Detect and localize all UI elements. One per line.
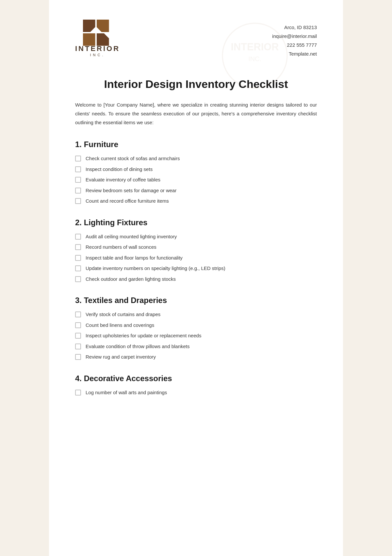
checkbox[interactable] xyxy=(75,276,81,282)
list-item: Inspect upholsteries for update or repla… xyxy=(75,332,317,340)
checklist-item-text: Inspect upholsteries for update or repla… xyxy=(86,332,201,340)
checklist-item-text: Audit all ceiling mounted lighting inven… xyxy=(86,233,177,241)
checklist-item-text: Review rug and carpet inventory xyxy=(86,353,156,361)
checkbox[interactable] xyxy=(75,322,81,328)
logo-shape-tl xyxy=(83,20,95,32)
checklist-3: Verify stock of curtains and drapesCount… xyxy=(75,311,317,361)
checkbox[interactable] xyxy=(75,188,81,194)
checklist-item-text: Inspect condition of dining sets xyxy=(86,166,153,173)
section-title-4: 4. Decorative Accessories xyxy=(75,374,317,383)
checkbox[interactable] xyxy=(75,198,81,204)
section-4: 4. Decorative AccessoriesLog number of w… xyxy=(75,374,317,396)
checklist-item-text: Record numbers of wall sconces xyxy=(86,244,156,251)
company-phone: 222 555 7777 xyxy=(272,41,317,49)
checklist-item-text: Check current stock of sofas and armchai… xyxy=(86,155,180,162)
checkbox[interactable] xyxy=(75,333,81,339)
checkbox[interactable] xyxy=(75,166,81,172)
checkbox[interactable] xyxy=(75,265,81,271)
section-title-1: 1. Furniture xyxy=(75,140,317,149)
list-item: Inspect condition of dining sets xyxy=(75,166,317,173)
list-item: Audit all ceiling mounted lighting inven… xyxy=(75,233,317,241)
checkbox[interactable] xyxy=(75,390,81,396)
list-item: Review rug and carpet inventory xyxy=(75,353,317,361)
list-item: Review bedroom sets for damage or wear xyxy=(75,187,317,194)
checkbox[interactable] xyxy=(75,177,81,183)
checklist-2: Audit all ceiling mounted lighting inven… xyxy=(75,233,317,283)
list-item: Verify stock of curtains and drapes xyxy=(75,311,317,318)
checklist-item-text: Verify stock of curtains and drapes xyxy=(86,311,160,318)
checklist-item-text: Evaluate condition of throw pillows and … xyxy=(86,343,190,350)
list-item: Count and record office furniture items xyxy=(75,197,317,205)
checkbox[interactable] xyxy=(75,344,81,349)
company-website: Template.net xyxy=(272,49,317,58)
checklist-item-text: Log number of wall arts and paintings xyxy=(86,389,167,396)
checkbox[interactable] xyxy=(75,255,81,261)
header: INTERIOR INC. Arco, ID 83213 inquire@int… xyxy=(75,20,317,58)
checklist-item-text: Update inventory numbers on specialty li… xyxy=(86,265,225,272)
checklist-item-text: Inspect table and floor lamps for functi… xyxy=(86,254,183,262)
intro-text: Welcome to [Your Company Name], where we… xyxy=(75,100,317,127)
section-3: 3. Textiles and DraperiesVerify stock of… xyxy=(75,296,317,361)
section-title-2: 2. Lighting Fixtures xyxy=(75,218,317,227)
page: INTERIOR INC. INTERIOR INC. Arco, ID 832… xyxy=(49,0,343,556)
checklist-item-text: Review bedroom sets for damage or wear xyxy=(86,187,176,194)
checkbox[interactable] xyxy=(75,244,81,250)
list-item: Check current stock of sofas and armchai… xyxy=(75,155,317,162)
logo-section: INTERIOR INC. xyxy=(75,20,120,57)
logo-shape-tr xyxy=(97,20,109,32)
checklist-item-text: Count bed linens and coverings xyxy=(86,322,154,329)
checklist-1: Check current stock of sofas and armchai… xyxy=(75,155,317,205)
logo-shapes xyxy=(83,20,112,42)
checklist-item-text: Evaluate inventory of coffee tables xyxy=(86,176,160,184)
sections-container: 1. FurnitureCheck current stock of sofas… xyxy=(75,140,317,396)
section-title-3: 3. Textiles and Draperies xyxy=(75,296,317,305)
checkbox[interactable] xyxy=(75,354,81,360)
company-email: inquire@interior.mail xyxy=(272,32,317,41)
checklist-item-text: Count and record office furniture items xyxy=(86,197,169,205)
company-sub: INC. xyxy=(90,53,105,57)
checkbox[interactable] xyxy=(75,234,81,240)
list-item: Check outdoor and garden lighting stocks xyxy=(75,276,317,283)
logo-shape-br xyxy=(97,33,109,46)
list-item: Count bed linens and coverings xyxy=(75,322,317,329)
checklist-4: Log number of wall arts and paintings xyxy=(75,389,317,396)
list-item: Inspect table and floor lamps for functi… xyxy=(75,254,317,262)
checklist-item-text: Check outdoor and garden lighting stocks xyxy=(86,276,176,283)
contact-info: Arco, ID 83213 inquire@interior.mail 222… xyxy=(272,23,317,58)
section-2: 2. Lighting FixturesAudit all ceiling mo… xyxy=(75,218,317,283)
checkbox[interactable] xyxy=(75,312,81,317)
company-address: Arco, ID 83213 xyxy=(272,23,317,32)
list-item: Update inventory numbers on specialty li… xyxy=(75,265,317,272)
list-item: Evaluate condition of throw pillows and … xyxy=(75,343,317,350)
list-item: Evaluate inventory of coffee tables xyxy=(75,176,317,184)
section-1: 1. FurnitureCheck current stock of sofas… xyxy=(75,140,317,205)
list-item: Log number of wall arts and paintings xyxy=(75,389,317,396)
logo-shape-bl xyxy=(83,33,95,46)
checkbox[interactable] xyxy=(75,156,81,161)
page-title: Interior Design Inventory Checklist xyxy=(75,78,317,91)
list-item: Record numbers of wall sconces xyxy=(75,244,317,251)
